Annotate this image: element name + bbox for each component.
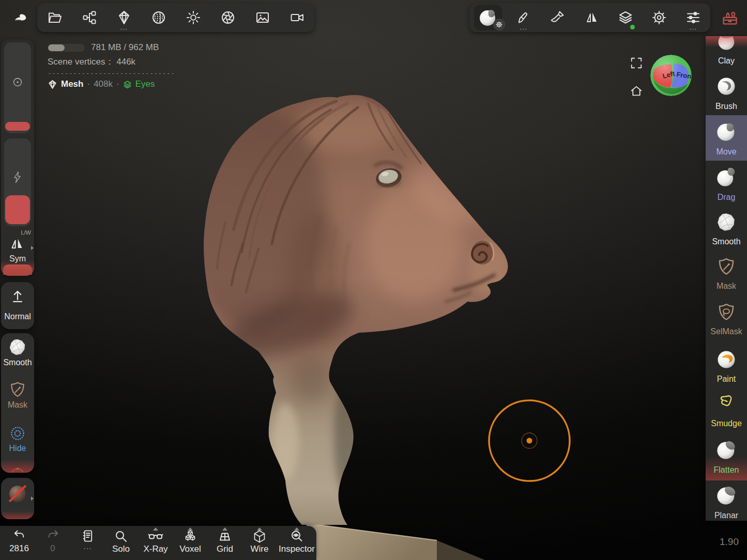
scene-vertices-label: Scene vertices： xyxy=(48,57,114,67)
panel-expand-caret xyxy=(222,527,227,531)
tool-sidebar: Clay Brush Move Drag xyxy=(706,36,747,521)
history-button[interactable]: ··· xyxy=(72,526,102,560)
hidden-red-button[interactable] xyxy=(3,265,32,275)
inspector-eye-icon xyxy=(289,529,304,543)
orientation-sphere[interactable]: Left Front xyxy=(649,54,693,97)
tool-move[interactable]: Move xyxy=(706,115,747,161)
memory-bar xyxy=(48,44,85,52)
wire-button[interactable]: Wire xyxy=(242,526,277,560)
camera-aperture-icon xyxy=(220,10,236,25)
scene-vertices-value: 446k xyxy=(116,57,135,67)
toolbox-button[interactable] xyxy=(719,7,741,29)
symmetry-toggle[interactable]: L/W Sym xyxy=(1,229,34,266)
brush-size-handle[interactable] xyxy=(5,122,30,131)
symmetry-button[interactable] xyxy=(579,4,604,31)
notebook-icon xyxy=(81,529,95,543)
horse-head-sculpture[interactable] xyxy=(182,92,508,525)
settings-button[interactable] xyxy=(647,4,672,31)
expand-arrow-icon[interactable] xyxy=(31,246,34,250)
voxel-button[interactable]: Voxel xyxy=(173,526,207,560)
brush-cursor[interactable] xyxy=(489,400,570,481)
tool-smudge[interactable]: Smudge xyxy=(706,388,747,433)
brush-intensity-slider[interactable] xyxy=(4,138,31,226)
grid-button[interactable]: Grid xyxy=(208,526,242,560)
brush-size-slider[interactable] xyxy=(4,42,31,133)
paintbrush-icon xyxy=(550,10,565,25)
selmask-shield-icon xyxy=(716,302,737,323)
home-view-button[interactable] xyxy=(630,84,644,98)
lighting-button[interactable] xyxy=(181,4,206,31)
panel-expand-caret xyxy=(294,527,299,531)
stylus-icon xyxy=(516,10,531,25)
layers-status-dot xyxy=(630,25,635,29)
symmetry-label: Sym xyxy=(1,254,34,263)
tool-settings-badge[interactable] xyxy=(493,19,505,30)
quick-tool-mask[interactable]: Mask xyxy=(1,381,34,417)
scene-graph-button[interactable] xyxy=(77,4,102,31)
brush-settings-panel: L/W Sym xyxy=(1,39,34,276)
separator-dot: · xyxy=(116,79,119,89)
video-camera-icon xyxy=(289,10,305,25)
solo-button[interactable]: Solo xyxy=(104,526,138,560)
material-button[interactable] xyxy=(146,4,171,31)
tool-paint[interactable]: Paint xyxy=(706,343,747,388)
inspector-button[interactable]: Inspector xyxy=(277,526,316,560)
mirror-symmetry-icon xyxy=(584,10,599,25)
material-disabled-icon xyxy=(7,483,28,505)
sliders-icon xyxy=(685,10,701,25)
redo-button[interactable]: 0 xyxy=(38,526,68,560)
tool-label: Smudge xyxy=(711,419,742,428)
toolbox-icon xyxy=(721,9,739,27)
tool-planar[interactable]: Planar xyxy=(706,479,747,521)
top-toolbar-right: ··· xyxy=(469,3,710,32)
active-layer-name[interactable]: Eyes xyxy=(135,79,155,89)
gear-icon xyxy=(496,21,502,28)
planar-tool-icon xyxy=(715,484,738,507)
quick-tool-smooth[interactable]: Smooth xyxy=(1,337,34,374)
xray-button[interactable]: X-Ray xyxy=(139,526,173,560)
painting-button[interactable] xyxy=(545,4,570,31)
normal-direction-button[interactable]: Normal xyxy=(1,282,34,329)
button-label: Solo xyxy=(112,544,130,554)
material-toggle-panel[interactable] xyxy=(1,478,34,519)
button-label: X-Ray xyxy=(143,544,167,554)
tool-label: Smooth xyxy=(3,358,32,367)
pedestal-box xyxy=(307,523,485,560)
button-label: Inspector xyxy=(279,544,315,554)
undo-button[interactable]: 2816 xyxy=(4,526,34,560)
interface-button[interactable]: ··· xyxy=(681,4,706,31)
memory-bar-fill xyxy=(48,44,65,51)
smooth-rock-icon xyxy=(8,337,27,357)
mesh-name[interactable]: Mesh xyxy=(61,79,83,89)
clay-tool-icon xyxy=(715,36,738,52)
matcap-sphere-icon xyxy=(151,10,166,25)
files-button[interactable] xyxy=(42,4,67,31)
nomad-logo-button[interactable] xyxy=(6,3,34,32)
brush-intensity-handle[interactable] xyxy=(5,195,30,224)
background-button[interactable] xyxy=(250,4,275,31)
quick-tool-hide[interactable]: Hide xyxy=(1,424,34,460)
scene-graph-icon xyxy=(82,10,97,25)
zoom-level: 1.90 xyxy=(720,536,739,548)
redo-icon xyxy=(46,529,60,543)
tool-mask[interactable]: Mask xyxy=(706,252,747,297)
postprocess-button[interactable] xyxy=(216,4,240,31)
topology-button[interactable]: ··· xyxy=(112,4,136,31)
gizmo-sphere-hint xyxy=(10,466,25,473)
camera-button[interactable] xyxy=(285,4,310,31)
tool-clay[interactable]: Clay xyxy=(706,36,747,70)
tool-drag[interactable]: Drag xyxy=(706,161,747,206)
tool-flatten[interactable]: Flatten xyxy=(706,433,747,479)
tool-selmask[interactable]: SelMask xyxy=(706,297,747,343)
normal-arrow-icon xyxy=(9,287,26,305)
tool-brush[interactable]: Brush xyxy=(706,70,747,115)
fullscreen-button[interactable] xyxy=(630,56,644,70)
move-tool-icon xyxy=(715,120,738,143)
tool-label: SelMask xyxy=(710,327,742,336)
tool-smooth[interactable]: Smooth xyxy=(706,206,747,252)
mesh-gem-icon xyxy=(48,80,57,89)
layers-button[interactable] xyxy=(613,4,638,31)
expand-arrow-icon[interactable] xyxy=(31,496,34,501)
active-tool-button[interactable] xyxy=(474,5,502,30)
stroke-button[interactable]: ··· xyxy=(511,4,536,31)
